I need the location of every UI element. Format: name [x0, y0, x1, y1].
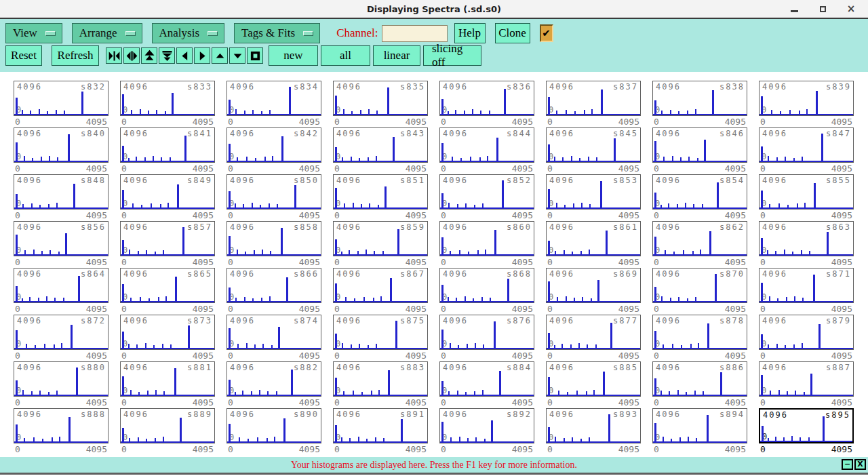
- spectrum-panel-s860[interactable]: 4096s8600: [439, 221, 534, 256]
- spectrum-panel-s894[interactable]: 4096s8940: [652, 408, 747, 443]
- spectrum-panel-s836[interactable]: 4096s8360: [439, 81, 534, 116]
- spectrum-panel-s870[interactable]: 4096s8700: [652, 268, 747, 303]
- spectrum-panel-s886[interactable]: 4096s8860: [652, 361, 747, 397]
- spectrum-panel-s846[interactable]: 4096s8460: [652, 127, 747, 163]
- spectrum-panel-s892[interactable]: 4096s8920: [439, 408, 534, 443]
- linear-button[interactable]: linear: [373, 45, 420, 66]
- expand-horizontal-button[interactable]: [123, 47, 140, 64]
- spectrum-panel-s847[interactable]: 4096s8470: [759, 127, 854, 163]
- spectrum-panel-s841[interactable]: 4096s8410: [120, 127, 215, 163]
- spectrum-cell-s890: 4096s890004095: [226, 408, 321, 455]
- help-button[interactable]: Help: [454, 23, 486, 43]
- spectrum-panel-s845[interactable]: 4096s8450: [546, 127, 641, 163]
- spectrum-panel-s893[interactable]: 4096s8930: [546, 408, 641, 443]
- x-max-label: 4095: [831, 304, 852, 314]
- x-axis-labels: 04095: [333, 350, 428, 361]
- spectrum-panel-s866[interactable]: 4096s8660: [226, 268, 321, 303]
- spectrum-panel-s889[interactable]: 4096s8890: [120, 408, 215, 443]
- spectrum-panel-s864[interactable]: 4096s8640: [14, 268, 108, 303]
- spectrum-cell-s832: 4096s832004095: [14, 81, 108, 127]
- spectrum-panel-s887[interactable]: 4096s8870: [759, 361, 854, 397]
- spectrum-panel-s881[interactable]: 4096s8810: [120, 361, 215, 397]
- spectrum-panel-s839[interactable]: 4096s8390: [759, 81, 854, 116]
- x-axis-labels: 04095: [226, 256, 321, 267]
- spectrum-panel-s884[interactable]: 4096s8840: [439, 361, 534, 397]
- menu-arrange[interactable]: Arrange: [72, 23, 142, 43]
- spectrum-panel-s876[interactable]: 4096s8760: [439, 315, 534, 350]
- scroll-down-button[interactable]: [229, 47, 245, 64]
- step-left-button[interactable]: [176, 47, 193, 64]
- spectrum-panel-s837[interactable]: 4096s8370: [546, 81, 641, 116]
- scroll-up-button[interactable]: [212, 47, 228, 64]
- menu-view[interactable]: View: [5, 23, 62, 43]
- spectrum-panel-s842[interactable]: 4096s8420: [226, 127, 321, 163]
- spectrum-panel-s859[interactable]: 4096s8590: [333, 221, 428, 256]
- spectrum-panel-s873[interactable]: 4096s8730: [120, 315, 215, 350]
- spectrum-panel-s871[interactable]: 4096s8710: [759, 268, 854, 303]
- spectrum-panel-s855[interactable]: 4096s8550: [759, 174, 854, 210]
- page-down-button[interactable]: [159, 47, 175, 64]
- all-button[interactable]: all: [321, 45, 370, 66]
- reset-button[interactable]: Reset: [5, 45, 42, 66]
- spectrum-panel-s840[interactable]: 4096s8400: [14, 127, 108, 163]
- menu-tags-fits[interactable]: Tags & Fits: [234, 23, 320, 43]
- spectrum-panel-s890[interactable]: 4096s8900: [226, 408, 321, 443]
- menu-analysis[interactable]: Analysis: [152, 23, 225, 43]
- spectrum-panel-s877[interactable]: 4096s8770: [546, 315, 641, 350]
- spectrum-panel-s854[interactable]: 4096s8540: [652, 174, 747, 210]
- spectrum-panel-s838[interactable]: 4096s8380: [652, 81, 747, 116]
- spectrum-panel-s875[interactable]: 4096s8750: [333, 315, 428, 350]
- spectrum-panel-s880[interactable]: 4096s8800: [14, 361, 108, 397]
- spectrum-panel-s865[interactable]: 4096s8650: [120, 268, 215, 303]
- spectrum-panel-s853[interactable]: 4096s8530: [546, 174, 641, 210]
- minimize-button[interactable]: [789, 4, 799, 14]
- spectrum-panel-s844[interactable]: 4096s8440: [439, 127, 534, 163]
- spectrum-panel-s883[interactable]: 4096s8830: [333, 361, 428, 397]
- spectrum-panel-s851[interactable]: 4096s8510: [333, 174, 428, 210]
- spectrum-panel-s834[interactable]: 4096s8340: [226, 81, 321, 116]
- spectrum-panel-s888[interactable]: 4096s8880: [14, 408, 108, 443]
- spectrum-panel-s874[interactable]: 4096s8740: [226, 315, 321, 350]
- spectrum-panel-s848[interactable]: 4096s8480: [14, 174, 108, 210]
- refresh-button[interactable]: Refresh: [52, 45, 99, 66]
- spectrum-panel-s835[interactable]: 4096s8350: [333, 81, 428, 116]
- spectrum-panel-s878[interactable]: 4096s8780: [652, 315, 747, 350]
- x-max-label: 4095: [618, 210, 639, 220]
- spectrum-panel-s863[interactable]: 4096s8630: [759, 221, 854, 256]
- channel-input[interactable]: [382, 25, 448, 42]
- spectrum-panel-s850[interactable]: 4096s8500: [226, 174, 321, 210]
- close-button[interactable]: ×: [846, 4, 856, 14]
- clone-button[interactable]: Clone: [495, 23, 530, 43]
- new-button[interactable]: new: [269, 45, 318, 66]
- spectrum-panel-s852[interactable]: 4096s8520: [439, 174, 534, 210]
- spectrum-panel-s869[interactable]: 4096s8690: [546, 268, 641, 303]
- spectrum-panel-s849[interactable]: 4096s8490: [120, 174, 215, 210]
- spectrum-panel-s843[interactable]: 4096s8430: [333, 127, 428, 163]
- maximize-button[interactable]: [818, 4, 827, 14]
- status-close-button[interactable]: X: [854, 459, 866, 470]
- spectrum-panel-s895[interactable]: 4096s8950: [759, 408, 854, 443]
- spectrum-panel-s891[interactable]: 4096s8910: [333, 408, 428, 443]
- spectrum-panel-s862[interactable]: 4096s8620: [652, 221, 747, 256]
- spectrum-panel-s857[interactable]: 4096s8570: [120, 221, 215, 256]
- full-view-button[interactable]: [247, 47, 263, 64]
- page-up-button[interactable]: [141, 47, 157, 64]
- spectrum-panel-s885[interactable]: 4096s8850: [546, 361, 641, 397]
- spectrum-panel-s879[interactable]: 4096s8790: [759, 315, 854, 350]
- spectrum-panel-s833[interactable]: 4096s8330: [120, 81, 215, 116]
- spectrum-panel-s856[interactable]: 4096s8560: [14, 221, 108, 256]
- y-max-label: 4096: [230, 363, 255, 372]
- spectrum-panel-s872[interactable]: 4096s8720: [14, 315, 108, 350]
- status-minimize-button[interactable]: −: [842, 459, 853, 470]
- spectrum-panel-s882[interactable]: 4096s8820: [226, 361, 321, 397]
- spectrum-panel-s867[interactable]: 4096s8670: [333, 268, 428, 303]
- spectrum-panel-s858[interactable]: 4096s8580: [226, 221, 321, 256]
- display-checkbox[interactable]: ✔: [540, 24, 553, 42]
- spectrum-panel-s861[interactable]: 4096s8610: [546, 221, 641, 256]
- spectrum-name-label: s885: [613, 363, 638, 372]
- spectrum-panel-s832[interactable]: 4096s8320: [14, 81, 108, 116]
- step-right-button[interactable]: [194, 47, 210, 64]
- slicing-off-button[interactable]: slicing off: [423, 45, 481, 66]
- contract-horizontal-button[interactable]: [106, 47, 122, 64]
- spectrum-panel-s868[interactable]: 4096s8680: [439, 268, 534, 303]
